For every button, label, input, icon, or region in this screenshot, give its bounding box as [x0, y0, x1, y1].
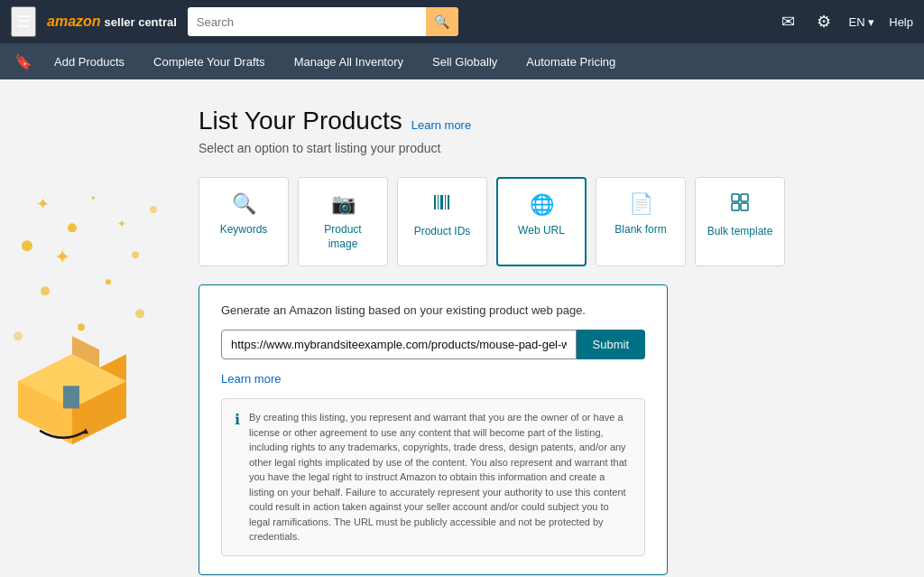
keywords-icon: 🔍 [232, 192, 256, 216]
svg-text:✦: ✦ [54, 246, 70, 268]
web-url-learn-more-link[interactable]: Learn more [221, 372, 281, 386]
page-subtitle: Select an option to start listing your p… [199, 141, 888, 155]
svg-point-12 [135, 309, 144, 318]
svg-rect-24 [732, 194, 739, 201]
product-image-icon: 📷 [331, 192, 356, 216]
svg-rect-26 [732, 203, 739, 210]
option-product-image[interactable]: 📷 Product image [298, 177, 388, 266]
main-content: ✦ ✦ ✦ ✦ [0, 79, 924, 577]
bookmark-icon[interactable]: 🔖 [11, 50, 36, 74]
bulk-template-icon [730, 192, 750, 218]
legal-disclaimer-box: ℹ By creating this listing, you represen… [221, 398, 645, 556]
nav-add-products[interactable]: Add Products [43, 48, 135, 76]
svg-text:✦: ✦ [36, 195, 50, 213]
nav-automate-pricing[interactable]: Automate Pricing [515, 48, 626, 76]
blank-form-label: Blank form [614, 223, 666, 237]
svg-rect-22 [445, 195, 446, 209]
left-decoration: ✦ ✦ ✦ ✦ [0, 79, 180, 577]
svg-rect-23 [448, 195, 449, 209]
help-link[interactable]: Help [889, 15, 913, 29]
svg-point-11 [78, 323, 85, 330]
language-selector[interactable]: EN ▾ [849, 15, 875, 29]
hamburger-button[interactable]: ☰ [11, 6, 36, 37]
page-title: List Your Products Learn more [199, 107, 888, 135]
url-input[interactable] [221, 330, 577, 359]
gear-icon[interactable]: ⚙ [813, 8, 835, 35]
svg-point-7 [41, 286, 50, 295]
svg-point-5 [68, 223, 77, 232]
web-url-description: Generate an Amazon listing based on your… [221, 303, 645, 317]
svg-point-10 [14, 331, 23, 340]
search-input[interactable] [188, 7, 426, 36]
svg-rect-21 [440, 195, 443, 209]
option-keywords[interactable]: 🔍 Keywords [199, 177, 289, 266]
listing-options-row: 🔍 Keywords 📷 Product image Produc [199, 177, 888, 266]
search-icon: 🔍 [434, 14, 449, 29]
logo-amazon-text: amazon [47, 14, 101, 30]
submit-button[interactable]: Submit [577, 330, 645, 359]
svg-point-6 [132, 251, 139, 258]
content-area: List Your Products Learn more Select an … [180, 79, 924, 577]
legal-text: By creating this listing, you represent … [249, 410, 632, 544]
nav-manage-inventory[interactable]: Manage All Inventory [283, 48, 414, 76]
svg-rect-19 [434, 195, 436, 209]
product-ids-icon [432, 192, 452, 218]
option-product-ids[interactable]: Product IDs [397, 177, 487, 266]
svg-rect-27 [741, 203, 748, 210]
svg-point-4 [22, 240, 32, 251]
svg-rect-25 [741, 194, 748, 201]
second-nav: 🔖 Add Products Complete Your Drafts Mana… [0, 43, 924, 79]
svg-rect-20 [438, 195, 439, 209]
logo-sub-text: seller central [105, 15, 177, 29]
web-url-icon: 🌐 [530, 193, 554, 217]
svg-text:✦: ✦ [90, 194, 97, 202]
title-learn-more-link[interactable]: Learn more [411, 118, 471, 132]
web-url-label: Web URL [518, 224, 565, 238]
nav-sell-globally[interactable]: Sell Globally [421, 48, 508, 76]
search-button[interactable]: 🔍 [426, 7, 458, 36]
logo: amazon seller central [47, 14, 177, 30]
keywords-label: Keywords [220, 223, 268, 237]
svg-point-9 [150, 206, 157, 213]
info-icon: ℹ [235, 411, 240, 428]
svg-text:✦: ✦ [117, 218, 126, 230]
mail-icon[interactable]: ✉ [778, 8, 799, 35]
nav-right-actions: ✉ ⚙ EN ▾ Help [778, 8, 913, 35]
option-web-url[interactable]: 🌐 Web URL [496, 177, 587, 266]
option-bulk-template[interactable]: Bulk template [695, 177, 785, 266]
svg-point-8 [106, 279, 111, 284]
product-ids-label: Product IDs [414, 225, 471, 239]
url-input-row: Submit [221, 330, 645, 359]
blank-form-icon: 📄 [629, 192, 653, 216]
top-nav: ☰ amazon seller central 🔍 ✉ ⚙ EN ▾ Help [0, 0, 924, 43]
bulk-template-label: Bulk template [707, 225, 773, 239]
web-url-box: Generate an Amazon listing based on your… [199, 284, 668, 575]
svg-rect-18 [63, 386, 79, 408]
search-bar: 🔍 [188, 7, 458, 36]
nav-complete-drafts[interactable]: Complete Your Drafts [143, 48, 276, 76]
product-image-label: Product image [310, 223, 376, 251]
option-blank-form[interactable]: 📄 Blank form [596, 177, 686, 266]
